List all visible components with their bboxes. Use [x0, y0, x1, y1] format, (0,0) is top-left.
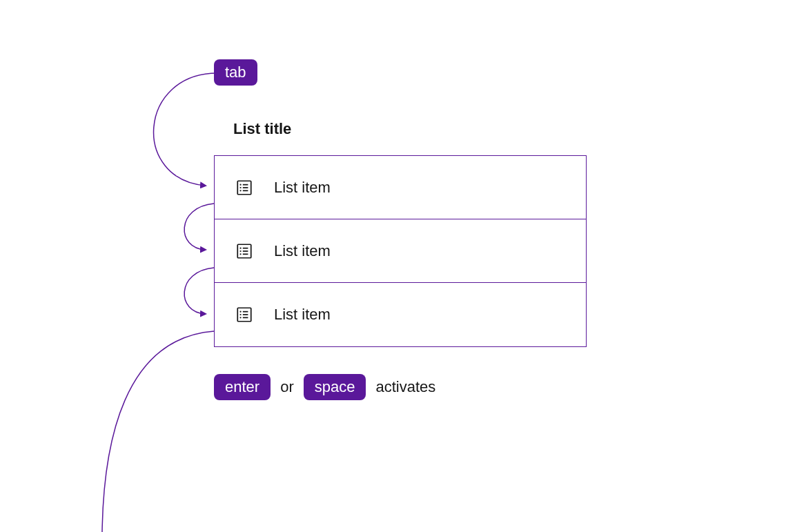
list-container: List item List item	[214, 155, 587, 347]
list-item[interactable]: List item	[215, 283, 586, 346]
list-icon	[235, 242, 253, 260]
list-icon	[235, 179, 253, 197]
key-badge-enter: enter	[214, 374, 271, 400]
list-item-label: List item	[274, 179, 331, 197]
list-item[interactable]: List item	[215, 219, 586, 283]
key-badge-space: space	[304, 374, 366, 400]
diagram-canvas: tab List title List item	[0, 0, 795, 532]
list-title: List title	[233, 120, 291, 138]
list-item-label: List item	[274, 242, 331, 260]
list-icon	[235, 306, 253, 324]
activation-hint: enter or space activates	[214, 374, 435, 400]
list-item[interactable]: List item	[215, 156, 586, 219]
or-text: or	[280, 378, 294, 396]
activates-text: activates	[375, 378, 435, 396]
list-item-label: List item	[274, 306, 331, 324]
key-badge-tab: tab	[214, 59, 257, 86]
